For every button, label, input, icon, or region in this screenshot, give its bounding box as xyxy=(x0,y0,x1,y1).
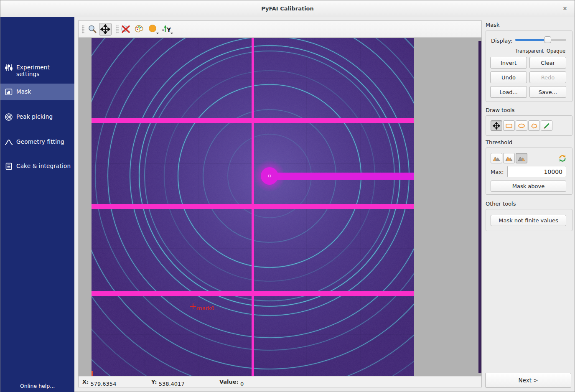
beam-stop-arm xyxy=(270,173,414,180)
undo-button[interactable]: Undo xyxy=(490,71,527,83)
geometry-fitting-icon xyxy=(5,138,13,146)
mask-above-button[interactable]: Mask above xyxy=(491,181,566,192)
minimize-button[interactable]: – xyxy=(545,5,555,13)
online-help-link[interactable]: Online help... xyxy=(0,383,74,389)
status-x: X: 579.6354 xyxy=(82,379,90,385)
save-button[interactable]: Save... xyxy=(529,86,566,98)
invert-button[interactable]: Invert xyxy=(490,57,527,69)
mask-icon xyxy=(5,88,13,96)
rectangle-tool-icon xyxy=(505,122,513,129)
palette-icon xyxy=(134,24,145,35)
y-axis-orientation-button[interactable]: a Y xyxy=(161,23,173,36)
remove-marker-icon xyxy=(120,24,131,35)
clear-button[interactable]: Clear xyxy=(529,57,566,69)
diffraction-image[interactable]: mark0 xyxy=(79,38,481,376)
mask-above-icon xyxy=(517,155,526,162)
other-tools-section-title: Other tools xyxy=(486,201,516,207)
sidebar-item-geometry-fitting[interactable]: Geometry fitting xyxy=(0,134,74,150)
cake-integration-icon xyxy=(5,162,13,171)
pan-mode-button[interactable] xyxy=(99,23,112,36)
opaque-label: Opaque xyxy=(547,48,565,54)
pencil-draw-tool-button[interactable] xyxy=(541,120,552,131)
mask-above-threshold-button[interactable] xyxy=(516,153,527,163)
status-value: Value: 0 xyxy=(219,379,240,385)
sidebar-item-cake-integration[interactable]: Cake & integration xyxy=(0,158,74,175)
threshold-max-input[interactable] xyxy=(507,166,566,177)
draw-tools-section-title: Draw tools xyxy=(486,107,514,113)
plot-area: a Y xyxy=(78,20,482,387)
plot-canvas[interactable]: mark0 xyxy=(79,38,481,376)
mask-display-slider[interactable] xyxy=(515,36,566,44)
window-title: PyFAI Calibration xyxy=(0,5,575,12)
remove-marker-button[interactable] xyxy=(120,23,132,36)
y-axis-letter: Y xyxy=(166,26,171,33)
zoom-icon xyxy=(87,24,97,34)
other-tools-frame: Mask not finite values xyxy=(486,209,572,231)
polygon-tool-icon xyxy=(530,122,538,129)
colormap-button[interactable] xyxy=(133,23,145,36)
toolbar-grip[interactable] xyxy=(116,25,119,33)
status-y: Y: 538.4017 xyxy=(151,379,159,385)
polygon-draw-tool-button[interactable] xyxy=(528,120,540,131)
sidebar: Experiment settings Mask Peak picking xyxy=(0,17,74,392)
mask-between-icon xyxy=(505,155,513,162)
transparent-label: Transparent xyxy=(515,48,544,54)
status-bar: X: 579.6354 Y: 538.4017 Value: 0 xyxy=(79,376,481,387)
ellipse-tool-icon xyxy=(517,122,526,129)
refresh-icon xyxy=(558,154,567,163)
next-button[interactable]: Next > xyxy=(485,373,571,388)
sidebar-item-label: Geometry fitting xyxy=(16,138,64,145)
threshold-section-title: Threshold xyxy=(486,139,512,145)
y-axis-small-letter: a xyxy=(162,28,164,32)
zoom-mode-button[interactable] xyxy=(86,23,99,36)
pencil-tool-icon xyxy=(542,122,551,129)
threshold-frame: Max: Mask above xyxy=(486,148,572,195)
mask-not-finite-button[interactable]: Mask not finite values xyxy=(491,215,566,226)
pan-icon xyxy=(100,24,110,34)
sliders-icon xyxy=(5,64,13,72)
rectangle-draw-tool-button[interactable] xyxy=(503,120,515,131)
ellipse-draw-tool-button[interactable] xyxy=(516,120,527,131)
sidebar-item-label: Peak picking xyxy=(16,113,53,120)
sidebar-item-mask[interactable]: Mask xyxy=(0,84,74,100)
sidebar-item-experiment-settings[interactable]: Experiment settings xyxy=(0,59,74,76)
sidebar-item-label: Mask xyxy=(16,88,31,95)
mask-below-icon xyxy=(492,155,501,162)
close-button[interactable]: ✕ xyxy=(560,5,570,13)
display-label: Display: xyxy=(491,38,512,44)
slider-fill xyxy=(515,39,547,41)
dropdown-caret xyxy=(170,33,173,34)
refresh-threshold-button[interactable] xyxy=(557,153,568,163)
hot-pixel-sliver xyxy=(92,371,93,376)
pan-tool-icon xyxy=(493,122,500,130)
toolbar-grip[interactable] xyxy=(82,25,84,33)
max-label: Max: xyxy=(491,169,504,175)
redo-button[interactable]: Redo xyxy=(529,71,566,83)
mask-display-slider-handle[interactable] xyxy=(544,36,551,43)
pan-draw-tool-button[interactable] xyxy=(491,120,502,131)
image-edge-strip xyxy=(478,41,481,373)
peak-picking-icon xyxy=(5,113,13,121)
mask-color-button[interactable] xyxy=(147,23,159,36)
plot-toolbar: a Y xyxy=(79,21,481,38)
sidebar-item-label: Cake & integration xyxy=(16,163,71,169)
mask-below-threshold-button[interactable] xyxy=(491,153,502,163)
mask-section-title: Mask xyxy=(486,22,499,28)
draw-tools-frame xyxy=(486,115,572,136)
sidebar-item-peak-picking[interactable]: Peak picking xyxy=(0,109,74,125)
mask-frame: Display: Transparent Opaque Invert Clear… xyxy=(486,31,572,102)
sidebar-item-label: Experiment settings xyxy=(16,64,74,77)
dropdown-caret xyxy=(156,33,159,34)
title-bar: PyFAI Calibration – ✕ xyxy=(0,0,575,17)
load-button[interactable]: Load... xyxy=(490,86,527,98)
beam-stop xyxy=(261,167,278,185)
image-layer: mark0 xyxy=(79,38,481,376)
mask-between-threshold-button[interactable] xyxy=(503,153,515,163)
app-window: PyFAI Calibration – ✕ Experiment setting… xyxy=(0,0,575,392)
marker-label: mark0 xyxy=(197,305,214,311)
